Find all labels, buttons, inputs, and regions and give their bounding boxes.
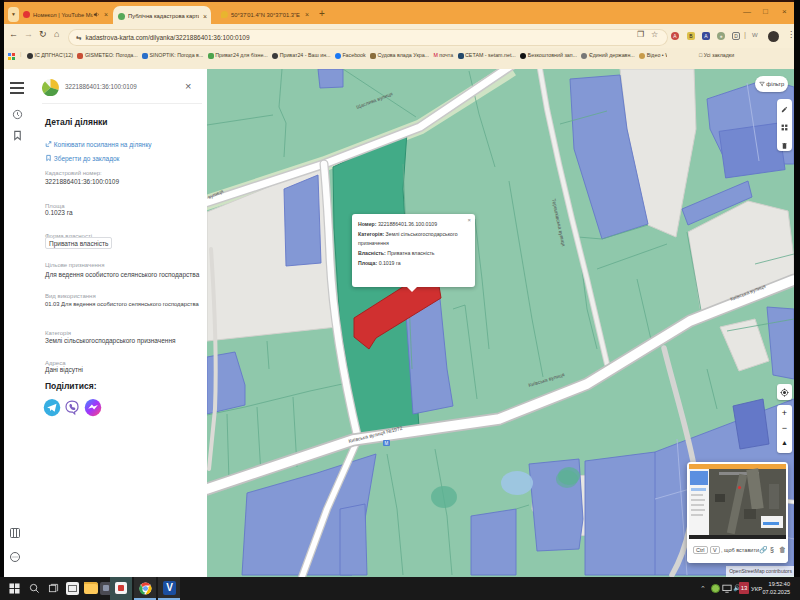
svg-text:M: M bbox=[385, 441, 389, 446]
